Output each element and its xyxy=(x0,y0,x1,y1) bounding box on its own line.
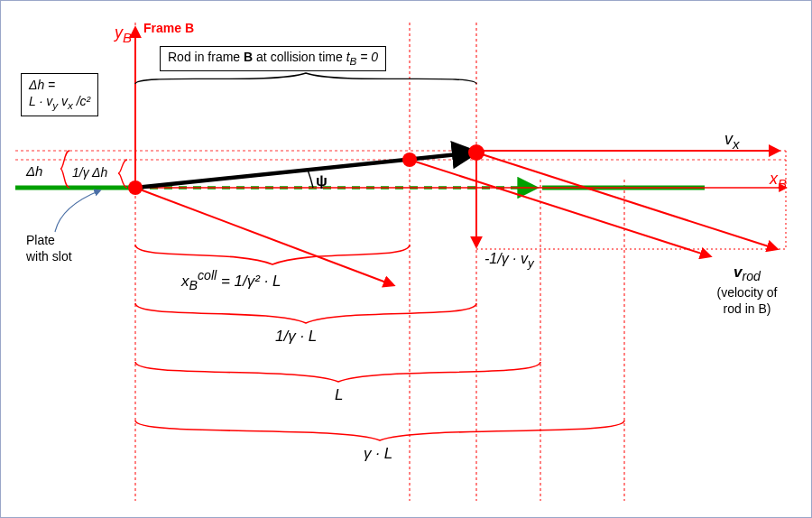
rod-title-box: Rod in frame B at collision time tB = 0 xyxy=(160,46,386,71)
vx-label: vx xyxy=(724,129,740,153)
delta-h-line1: Δh = xyxy=(29,78,90,94)
diagram-canvas: Δh = L · vy vx /c² Rod in frame B at col… xyxy=(0,0,812,518)
brace-L-label: L xyxy=(335,385,343,404)
vrod-label: vrod (velocity of rod in B) xyxy=(697,263,797,317)
diagram-svg xyxy=(1,1,812,518)
brace-xb-coll-label: xBcoll = 1/γ² · L xyxy=(181,268,281,294)
plate-label: Plate with slot xyxy=(26,233,72,264)
svg-line-14 xyxy=(135,153,475,188)
delta-h-line2: L · vy vx /c² xyxy=(29,94,90,112)
y-axis-label: yB xyxy=(115,23,132,46)
svg-line-22 xyxy=(410,160,710,256)
brace-one-over-gamma-L-label: 1/γ · L xyxy=(275,327,317,346)
psi-angle-label: ψ xyxy=(316,171,328,190)
one-over-gamma-dh-label: 1/γ Δh xyxy=(72,165,107,181)
delta-h-label: Δh xyxy=(26,163,42,180)
svg-line-20 xyxy=(476,153,777,249)
frame-title: Frame B xyxy=(143,21,194,37)
x-axis-label: xB xyxy=(770,169,787,192)
brace-gamma-L-label: γ · L xyxy=(364,444,392,463)
delta-h-formula-box: Δh = L · vy vx /c² xyxy=(21,73,98,116)
minus-vy-label: -1/γ · vy xyxy=(484,250,534,272)
